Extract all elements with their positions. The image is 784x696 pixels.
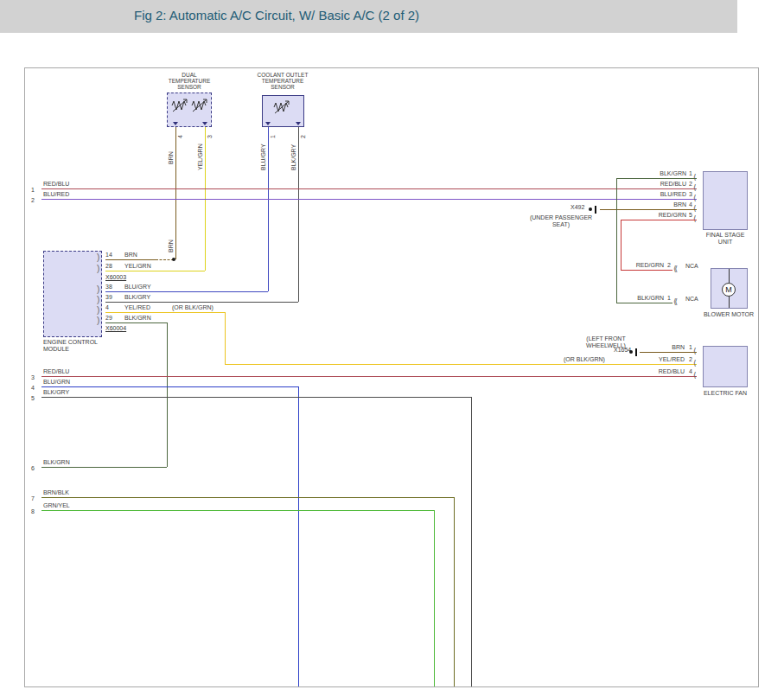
edge-wire-6: BLK/GRN [43,459,70,466]
fan-pin4-wire: RED/BLU [628,368,685,375]
wire-brn-fan [640,352,697,353]
pin-chevron-icon: ⟨ [693,173,695,182]
wire-brn-blk-row7 [41,497,454,498]
dual-sensor-label-line1: DUAL [159,72,220,78]
figure-header-bar: Fig 2: Automatic A/C Circuit, W/ Basic A… [0,0,737,33]
wire-label-brn-splice: BRN [168,239,175,252]
ecm-connector-x60004[interactable]: X60004 [105,325,126,332]
wire-red-blu-row1 [41,188,697,189]
wire-label-blu-gry: BLU/GRY [260,144,267,170]
x1654-location-line1: (LEFT FRONT [574,335,638,342]
blower-pin1-nca: NCA [685,296,698,303]
thermistor-icon [190,98,209,113]
ecm-connector-x60003[interactable]: X60003 [105,274,126,281]
coolant-sensor-label-line1: COOLANT OUTLET [249,72,316,78]
edge-wire-2: BLU/RED [43,191,69,198]
wire-blk-grn-fsu-vertical [616,178,617,303]
coolant-sensor-label-line2: TEMPERATURE [249,78,316,84]
wire-red-grn-fsu [621,220,697,220]
fan-pin4-num: 4 [689,368,692,375]
wire-blu-grn-row4 [41,386,298,387]
ecm-pin-38: 38 [105,284,112,291]
fan-wire-alt-label: (OR BLK/GRN) [564,356,605,363]
fan-pin1-num: 1 [689,344,692,351]
wire-blk-gry-ecm [105,302,298,303]
ecm-pin-28: 28 [105,263,112,270]
wire-blk-grn-ecm [105,322,167,323]
ecm-pin-14: 14 [105,252,112,259]
pin-chevron-icon: ⟨ [693,194,695,202]
electric-fan-label: ELECTRIC FAN [697,390,754,397]
blower-pin2-nca: NCA [685,263,698,270]
wire-yel-red-ecm [105,312,225,313]
ecm-pin-29: 29 [105,315,112,322]
fsu-pin5-num: 5 [689,212,692,219]
fsu-pin4-num: 4 [689,201,692,208]
fsu-pin1-num: 1 [689,170,692,177]
connector-pin-arc: ) [97,265,99,273]
final-stage-label-line2: UNIT [697,239,754,246]
connector-pin-arc: ) [97,253,99,262]
wiring-diagram-page: Fig 2: Automatic A/C Circuit, W/ Basic A… [0,0,784,696]
edge-wire-5: BLK/GRY [43,389,69,396]
blower-pin1-num: 1 [667,295,671,302]
edge-wire-1: RED/BLU [43,181,69,188]
dual-sensor-label: DUAL TEMPERATURE SENSOR [159,72,220,90]
final-stage-unit-box [703,171,748,230]
wire-brn-ecm [105,259,156,260]
ecm-wire-blu-gry: BLU/GRY [124,284,151,291]
ecm-wire-blk-gry: BLK/GRY [124,294,150,301]
blower-motor-label: BLOWER MOTOR [690,311,768,318]
blower-pin1-wire: BLK/GRN [614,295,664,302]
wire-blu-red-row2 [41,199,697,200]
pin-arrow-icon [265,122,271,125]
pin-chevron-icon: ⟨ [693,371,695,380]
edge-num-1: 1 [31,187,35,194]
final-stage-label-line1: FINAL STAGE [697,232,754,239]
fan-pin1-wire: BRN [628,344,685,351]
wire-blu-gry-sensor-vertical [268,127,269,291]
wire-blk-gry-sensor-vertical [298,127,299,302]
dual-sensor-pin3-number: 3 [207,135,214,138]
pin-chevron-icon: ⟨ [693,183,695,192]
dual-sensor-pin4-number: 4 [177,135,184,138]
edge-wire-8: GRN/YEL [43,502,70,509]
fsu-pin5-wire: RED/GRN [621,212,686,219]
edge-wire-4: BLU/GRN [43,379,70,386]
wire-label-brn: BRN [168,151,175,164]
x492-location-line1: (UNDER PASSENGER [529,214,593,221]
pin-arrow-icon [296,122,301,125]
electric-fan-box [703,346,748,387]
pin-arrow-icon [173,122,178,125]
fsu-pin2-num: 2 [689,181,692,188]
dual-sensor-label-line2: TEMPERATURE [159,78,220,84]
ecm-wire-brn: BRN [124,252,137,259]
blower-pin2-wire: RED/GRN [614,262,664,269]
wire-blk-grn-row6 [41,467,167,468]
pin-chevron-icon: ⟨ [693,214,695,223]
edge-num-8: 8 [31,508,35,515]
connector-pin-arc: ) [97,285,99,294]
fsu-pin1-wire: BLK/GRN [621,170,686,177]
wire-brn-sensor-vertical [175,127,176,259]
blower-pin2-num: 2 [667,262,671,269]
edge-num-4: 4 [31,385,35,392]
pin-chevron-icon: ⟨ [693,347,695,355]
connector-pin-arc: ) [97,316,99,325]
x492-location-line2: SEAT) [529,221,593,228]
fsu-pin3-wire: BLU/RED [621,191,686,198]
wire-blk-gry-row5 [41,397,471,398]
wire-yel-grn-ecm [105,271,205,271]
coolant-sensor-label-line3: SENSOR [249,84,316,90]
figure-title: Fig 2: Automatic A/C Circuit, W/ Basic A… [134,8,419,22]
wire-yel-red-to-fan [225,364,697,365]
wire-label-yel-grn: YEL/GRN [197,144,204,170]
ecm-wire-blk-grn: BLK/GRN [124,315,151,322]
coolant-sensor-pin2-number: 2 [300,135,307,138]
ecm-pin-39: 39 [105,294,112,301]
ecm-wire-yel-red: YEL/RED [124,304,150,311]
edge-wire-3: RED/BLU [43,368,69,375]
pin-chevron-icon: ⟨⟨ [673,297,676,306]
wire-blu-gry-ecm [105,291,268,292]
edge-wire-7: BRN/BLK [43,489,69,496]
